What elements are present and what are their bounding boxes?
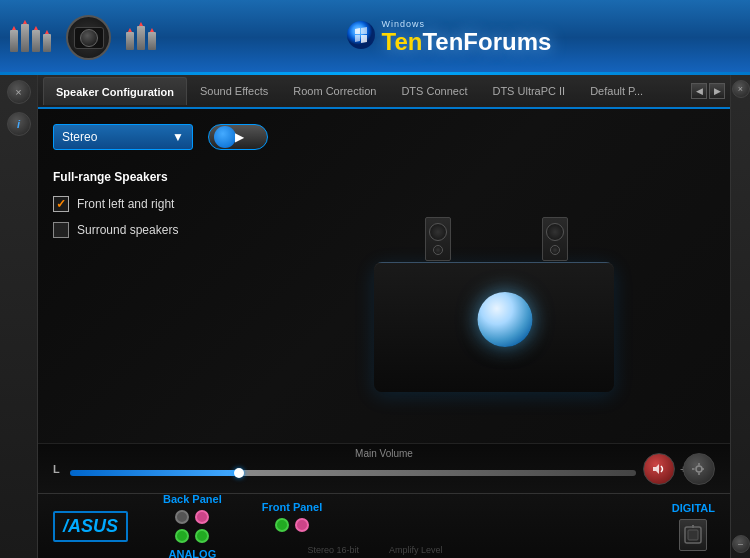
svg-rect-7 <box>688 530 698 540</box>
back-panel-jacks <box>175 510 209 543</box>
logo-area: Windows TenTenForums <box>156 19 740 55</box>
l-label: L <box>53 463 60 475</box>
left-speaker-cone <box>429 223 447 241</box>
play-test-button[interactable]: ▶ <box>208 124 268 150</box>
right-edge: × – <box>730 75 750 558</box>
front-lr-label: Front left and right <box>77 197 174 211</box>
tab-default[interactable]: Default P... <box>578 77 655 105</box>
volume-handle[interactable] <box>234 468 244 478</box>
tab-prev-button[interactable]: ◀ <box>691 83 707 99</box>
back-jack-2[interactable] <box>175 529 189 543</box>
amplify-label: Amplify Level <box>389 545 443 555</box>
bottom-icons <box>643 453 715 485</box>
front-lr-checkbox[interactable]: ✓ <box>53 196 69 212</box>
speaker-mute-icon <box>651 462 667 476</box>
svg-point-1 <box>696 466 702 472</box>
main-area: × i Speaker Configuration Sound Effects … <box>0 75 750 558</box>
back-jack-3[interactable] <box>195 510 209 524</box>
tab-bar: Speaker Configuration Sound Effects Room… <box>38 75 730 109</box>
stereo-bit-label: Stereo 16-bit <box>307 545 359 555</box>
speaker-stage <box>364 202 624 402</box>
back-jack-1[interactable] <box>175 510 189 524</box>
back-panel-jacks-col2 <box>195 510 209 543</box>
front-jack-2[interactable] <box>295 518 309 532</box>
speaker-config-panel: Stereo ▼ ▶ Full-range Speakers ✓ <box>38 109 730 443</box>
full-range-speakers-label: Full-range Speakers <box>53 170 273 184</box>
volume-label: Main Volume <box>355 448 413 459</box>
banner-speaker-icons: ▲ ▲ ▲ ▲ ▲ ▲ ▲ <box>10 15 156 60</box>
front-panel-section: Front Panel <box>262 501 323 551</box>
settings-icon <box>691 462 707 476</box>
front-lr-checkbox-item: ✓ Front left and right <box>53 196 273 212</box>
left-speaker-body <box>425 217 451 261</box>
site-name: TenTenForums <box>382 29 552 55</box>
volume-section: Main Volume L R + +40 <box>38 443 730 493</box>
close-button[interactable]: × <box>7 80 31 104</box>
dropdown-arrow-icon: ▼ <box>172 130 184 144</box>
back-panel-jacks-col1 <box>175 510 189 543</box>
digital-label: DIGITAL <box>672 502 715 514</box>
right-speaker-body <box>542 217 568 261</box>
right-speaker-cone <box>546 223 564 241</box>
dropdown-label: Stereo <box>62 130 97 144</box>
footer: /ASUS Back Panel ANALOG <box>38 493 730 558</box>
surround-checkbox[interactable] <box>53 222 69 238</box>
minimize-edge-button[interactable]: – <box>732 535 750 553</box>
content-panel: Speaker Configuration Sound Effects Room… <box>38 75 730 558</box>
volume-slider[interactable] <box>70 470 636 476</box>
tab-next-button[interactable]: ▶ <box>709 83 725 99</box>
right-speaker-tweeter <box>550 245 560 255</box>
speaker-visualization <box>273 165 715 428</box>
top-controls: Stereo ▼ ▶ <box>53 124 715 150</box>
volume-slider-container <box>70 470 636 476</box>
surround-label: Surround speakers <box>77 223 178 237</box>
front-panel-label: Front Panel <box>262 501 323 513</box>
tab-room-correction[interactable]: Room Correction <box>281 77 388 105</box>
left-speaker[interactable] <box>424 217 452 261</box>
back-panel-section: Back Panel ANALOG <box>163 493 222 559</box>
speaker-platform <box>374 262 614 392</box>
close-edge-button[interactable]: × <box>732 80 750 98</box>
back-jack-4[interactable] <box>195 529 209 543</box>
listener-orb <box>478 292 533 347</box>
digital-section: DIGITAL <box>672 502 715 551</box>
tab-dts-connect[interactable]: DTS Connect <box>389 77 479 105</box>
digital-connector-icon <box>683 524 703 546</box>
check-icon: ✓ <box>56 197 66 211</box>
bottom-labels: Stereo 16-bit Amplify Level <box>307 545 442 555</box>
tab-dts-ultrapc[interactable]: DTS UltraPC II <box>480 77 577 105</box>
right-speaker[interactable] <box>541 217 569 261</box>
front-panel-jacks <box>275 518 309 532</box>
front-jack-1[interactable] <box>275 518 289 532</box>
top-banner: ▲ ▲ ▲ ▲ ▲ ▲ ▲ <box>0 0 750 75</box>
back-panel-label: Back Panel <box>163 493 222 505</box>
surround-checkbox-item: Surround speakers <box>53 222 273 238</box>
info-button[interactable]: i <box>7 112 31 136</box>
left-panel: Full-range Speakers ✓ Front left and rig… <box>53 165 273 428</box>
content-body: Full-range Speakers ✓ Front left and rig… <box>53 165 715 428</box>
digital-icon[interactable] <box>679 519 707 551</box>
analog-label: ANALOG <box>169 548 217 559</box>
tab-sound-effects[interactable]: Sound Effects <box>188 77 280 105</box>
tab-speaker-configuration[interactable]: Speaker Configuration <box>43 77 187 105</box>
speaker-mode-dropdown[interactable]: Stereo ▼ <box>53 124 193 150</box>
tab-navigation: ◀ ▶ <box>691 83 725 99</box>
settings-button[interactable] <box>683 453 715 485</box>
mute-button[interactable] <box>643 453 675 485</box>
play-icon: ▶ <box>235 130 244 144</box>
asus-logo: /ASUS <box>53 511 128 542</box>
left-sidebar: × i <box>0 75 38 558</box>
left-speaker-tweeter <box>433 245 443 255</box>
